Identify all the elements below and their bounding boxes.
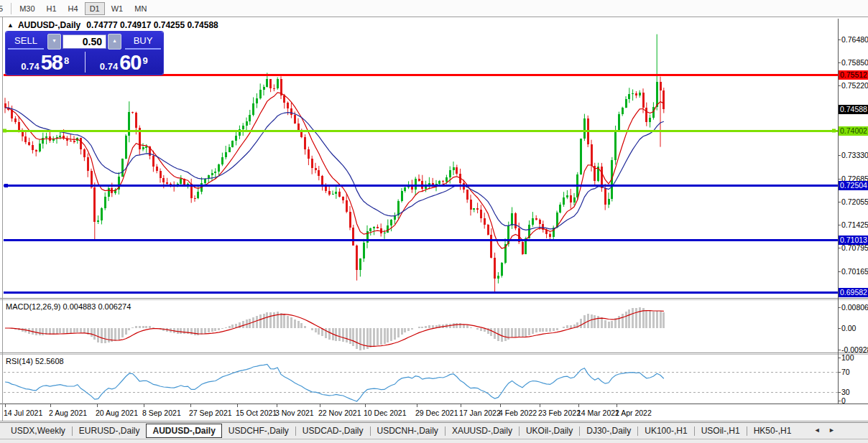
date-tick-label: 3 Nov 2021 (275, 409, 314, 417)
tab-scroll-right-icon[interactable]: ► (828, 426, 835, 434)
timeframe-button-5[interactable]: 5 (0, 2, 8, 15)
price-tick-label: 0.75850 (841, 58, 868, 67)
tab-usdchf-daily[interactable]: USDCHF-,Daily (222, 424, 295, 438)
one-click-trading-panel: SELL ▾ 0.50 ▴ BUY 0.74 58 8 0.74 60 9 (6, 32, 163, 75)
timeframe-button-d1[interactable]: D1 (85, 2, 105, 15)
date-tick-label: 23 Feb 2022 (538, 409, 581, 417)
rsi-axis-label: 100 (841, 353, 854, 362)
tab-hk50-h1[interactable]: HK50-,H1 (747, 424, 798, 438)
buy-price-main: 60 (119, 54, 141, 72)
date-tick-label: 4 Feb 2022 (499, 409, 537, 417)
resistance-line-badge: 0.75512 (839, 70, 868, 80)
timeframe-button-h1[interactable]: H1 (42, 2, 62, 15)
tab-usdcnh-daily[interactable]: USDCNH-,Daily (371, 424, 445, 438)
chart-ohlc-values: 0.74777 0.74917 0.74255 0.74588 (86, 20, 218, 30)
current-price-badge: 0.74588 (839, 105, 868, 114)
price-tick-label: 0.72055 (841, 197, 868, 206)
tab-usdcad-daily[interactable]: USDCAD-,Daily (296, 424, 370, 438)
sell-price-prefix: 0.74 (21, 61, 39, 72)
chart-tab-bar: USDX,WeeklyEURUSD-,DailyAUDUSD-,DailyUSD… (0, 422, 868, 439)
date-tick-label: 1 Apr 2022 (615, 409, 652, 417)
tab-uk100-h1[interactable]: UK100-,H1 (638, 424, 693, 438)
tab-scroll-buttons: ◄ ► (808, 426, 835, 434)
tab-xauusd-daily[interactable]: XAUUSD-,Daily (445, 424, 519, 438)
buy-price-pip: 9 (142, 57, 147, 64)
tab-ukoil-daily[interactable]: UKOil-,Daily (520, 424, 579, 438)
rsi-axis-label: 30 (841, 388, 850, 396)
tab-eurusd-daily[interactable]: EURUSD-,Daily (73, 424, 147, 438)
macd-axis-label: 0.00 (841, 324, 856, 332)
date-tick-label: 17 Jan 2022 (459, 409, 501, 417)
sell-price-main: 58 (41, 54, 63, 72)
date-tick-label: 8 Sep 2021 (142, 409, 181, 417)
date-tick-label: 14 Jul 2021 (4, 409, 42, 417)
date-tick-label: 27 Sep 2021 (189, 409, 232, 417)
chart-tabs: USDX,WeeklyEURUSD-,DailyAUDUSD-,DailyUSD… (0, 423, 798, 439)
rsi-indicator-label: RSI(14) 52.5608 (6, 357, 64, 365)
price-tick-label: 0.70165 (841, 267, 868, 276)
tab-usoil-h1[interactable]: USOil-,H1 (695, 424, 747, 438)
date-tick-label: 10 Dec 2021 (364, 409, 407, 417)
timeframe-toolbar: 5M30H1H4D1W1MN (0, 0, 868, 17)
date-tick-label: 20 Aug 2021 (96, 409, 138, 417)
chart-symbol-label: AUDUSD-,Daily (18, 20, 80, 30)
sell-button[interactable]: SELL (8, 34, 44, 50)
volume-down-button[interactable]: ▾ (47, 34, 61, 50)
date-tick-label: 14 Mar 2022 (577, 409, 619, 417)
price-tick-label: 0.76480 (841, 35, 868, 44)
timeframe-button-h4[interactable]: H4 (63, 2, 83, 15)
buy-button[interactable]: BUY (125, 34, 161, 50)
date-tick-label: 22 Nov 2021 (318, 409, 361, 417)
trading-terminal-window: 5M30H1H4D1W1MN ▲AUDUSD-,Daily0.74777 0.7… (0, 0, 868, 443)
price-tick-label: 0.71425 (841, 220, 868, 229)
rsi-axis-label: 0 (841, 396, 846, 405)
macd-indicator-label: MACD(12,26,9) 0.004883 0.006274 (6, 302, 131, 311)
date-tick-label: 15 Oct 2021 (236, 409, 277, 417)
toolbar-separator (11, 3, 11, 14)
support-line-badge: 0.74002 (839, 126, 868, 136)
buy-price[interactable]: 0.74 60 9 (85, 51, 164, 74)
support-line-badge: 0.71013 (839, 236, 868, 245)
price-tick-label: 0.75220 (841, 81, 868, 90)
timeframe-button-mn[interactable]: MN (129, 2, 152, 15)
date-tick-label: 29 Dec 2021 (415, 409, 458, 417)
tab-dj30-daily[interactable]: DJ30-,Daily (580, 424, 637, 438)
buy-price-prefix: 0.74 (100, 61, 118, 72)
timeframe-button-w1[interactable]: W1 (106, 2, 129, 15)
collapse-panel-icon[interactable]: ▲ (7, 22, 14, 29)
volume-up-button[interactable]: ▴ (108, 34, 121, 50)
support-line-badge: 0.69582 (839, 288, 868, 297)
timeframe-button-m30[interactable]: M30 (14, 2, 40, 15)
tab-usdx-weekly[interactable]: USDX,Weekly (4, 424, 72, 438)
volume-input[interactable]: 0.50 (63, 34, 106, 49)
tab-scroll-left-icon[interactable]: ◄ (814, 426, 821, 434)
price-divider (85, 52, 86, 73)
chart-title: ▲AUDUSD-,Daily0.74777 0.74917 0.74255 0.… (7, 20, 218, 30)
support-line-badge: 0.72504 (839, 181, 868, 190)
window-bottom-edge (0, 439, 868, 443)
price-tick-label: 0.73330 (841, 151, 868, 159)
rsi-axis-label: 70 (841, 368, 850, 376)
date-tick-label: 2 Aug 2021 (49, 409, 87, 417)
tab-audusd-daily[interactable]: AUDUSD-,Daily (146, 424, 221, 438)
sell-price-pip: 8 (64, 57, 69, 64)
macd-axis-label: 0.008061 (841, 303, 868, 312)
sell-price[interactable]: 0.74 58 8 (6, 51, 85, 74)
